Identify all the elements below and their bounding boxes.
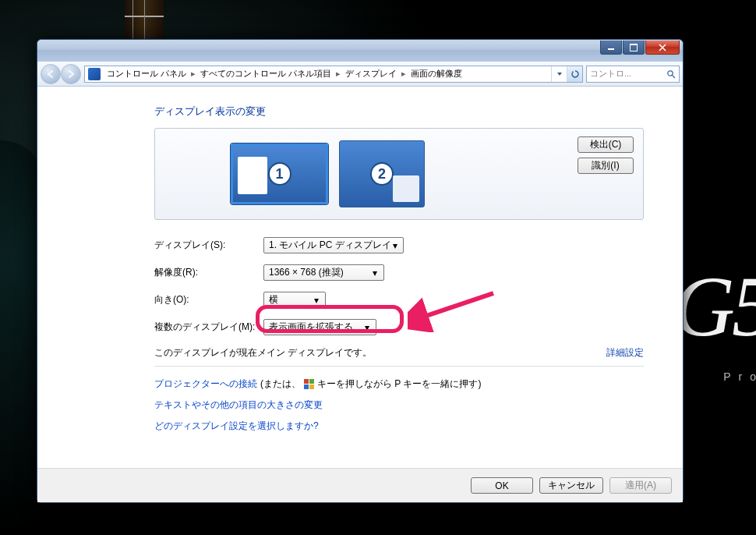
cancel-button[interactable]: キャンセル: [539, 477, 603, 494]
projector-link-row: プロジェクターへの接続 (または、 キーを押しながら P キーを一緒に押す): [154, 377, 644, 391]
detect-button[interactable]: 検出(C): [578, 136, 634, 153]
search-input[interactable]: コントロ...: [586, 66, 680, 83]
projector-link[interactable]: プロジェクターへの接続: [154, 377, 257, 391]
resolution-label: 解像度(R):: [154, 266, 263, 279]
breadcrumb[interactable]: ディスプレイ: [342, 68, 400, 80]
chevron-down-icon: [556, 71, 563, 77]
monitor-2[interactable]: 2: [339, 140, 425, 207]
chevron-right-icon[interactable]: ▸: [334, 69, 342, 79]
chevron-down-icon: ▾: [361, 320, 373, 335]
brand-logo: G5: [673, 257, 756, 356]
apply-button[interactable]: 適用(A): [609, 477, 672, 494]
address-bar[interactable]: コントロール パネル ▸ すべてのコントロール パネル項目 ▸ ディスプレイ ▸…: [84, 66, 583, 83]
svg-point-0: [668, 70, 673, 75]
navbar: コントロール パネル ▸ すべてのコントロール パネル項目 ▸ ディスプレイ ▸…: [37, 62, 683, 87]
page-title: ディスプレイ表示の変更: [154, 105, 644, 119]
refresh-icon: [571, 69, 580, 79]
chevron-right-icon[interactable]: ▸: [400, 69, 408, 79]
chevron-down-icon: ▾: [369, 265, 380, 280]
search-placeholder: コントロ...: [590, 68, 666, 80]
monitor-number-badge: 2: [370, 162, 394, 186]
refresh-button[interactable]: [567, 66, 582, 82]
identify-button[interactable]: 識別(I): [578, 158, 634, 174]
orientation-value: 横: [269, 293, 310, 306]
breadcrumb[interactable]: 画面の解像度: [408, 68, 465, 80]
advanced-settings-link[interactable]: 詳細設定: [606, 346, 644, 360]
dialog-footer: OK キャンセル 適用(A): [37, 468, 683, 502]
orientation-select[interactable]: 横 ▾: [263, 292, 326, 308]
close-icon: [659, 44, 666, 51]
monitor-number-badge: 1: [268, 162, 291, 186]
maximize-button[interactable]: [623, 41, 645, 55]
windows-key-icon: [304, 379, 314, 389]
chevron-down-icon: ▾: [391, 238, 400, 253]
close-button[interactable]: [645, 41, 680, 55]
back-button[interactable]: [41, 64, 61, 84]
multi-display-select[interactable]: 表示画面を拡張する ▾: [263, 319, 376, 335]
content-area: ディスプレイ表示の変更 1 2 検出(C) 識別(I) ディスプレイ(S):: [37, 87, 683, 468]
monitor-preview-window: [393, 175, 419, 202]
monitor-preview-window: [238, 157, 267, 194]
forward-arrow-icon: [66, 69, 76, 79]
separator: [154, 366, 644, 367]
breadcrumb[interactable]: コントロール パネル: [104, 68, 189, 80]
window: コントロール パネル ▸ すべてのコントロール パネル項目 ▸ ディスプレイ ▸…: [37, 39, 684, 503]
main-display-status: このディスプレイが現在メイン ディスプレイです。: [154, 346, 372, 360]
orientation-label: 向き(O):: [154, 293, 263, 306]
nav-buttons: [41, 64, 81, 84]
address-dropdown-button[interactable]: [551, 66, 567, 82]
chevron-down-icon: ▾: [310, 292, 322, 307]
resolution-value: 1366 × 768 (推奨): [269, 266, 369, 279]
projector-hint-pre: (または、: [260, 377, 301, 391]
minimize-button[interactable]: [600, 41, 622, 55]
back-arrow-icon: [46, 69, 55, 79]
ok-button[interactable]: OK: [471, 477, 533, 494]
which-settings-link[interactable]: どのディスプレイ設定を選択しますか?: [154, 420, 319, 433]
display-value: 1. モバイル PC ディスプレイ: [269, 239, 391, 252]
monitor-1[interactable]: 1: [231, 143, 328, 204]
multi-display-value: 表示画面を拡張する: [269, 321, 361, 334]
control-panel-icon: [88, 68, 101, 80]
text-size-link[interactable]: テキストやその他の項目の大きさの変更: [154, 399, 323, 412]
resolution-select[interactable]: 1366 × 768 (推奨) ▾: [263, 264, 384, 281]
search-icon: [666, 69, 676, 79]
display-label: ディスプレイ(S):: [154, 239, 263, 252]
projector-hint-post: キーを押しながら P キーを一緒に押す): [317, 377, 481, 391]
multi-display-label: 複数のディスプレイ(M):: [154, 321, 263, 334]
display-select[interactable]: 1. モバイル PC ディスプレイ ▾: [263, 237, 404, 253]
forward-button[interactable]: [61, 64, 81, 84]
breadcrumb[interactable]: すべてのコントロール パネル項目: [197, 68, 334, 80]
monitor-arrangement-panel[interactable]: 1 2 検出(C) 識別(I): [154, 128, 644, 220]
brand-subtext: Pro: [723, 370, 756, 383]
titlebar[interactable]: [37, 40, 683, 62]
chevron-right-icon[interactable]: ▸: [189, 69, 197, 79]
